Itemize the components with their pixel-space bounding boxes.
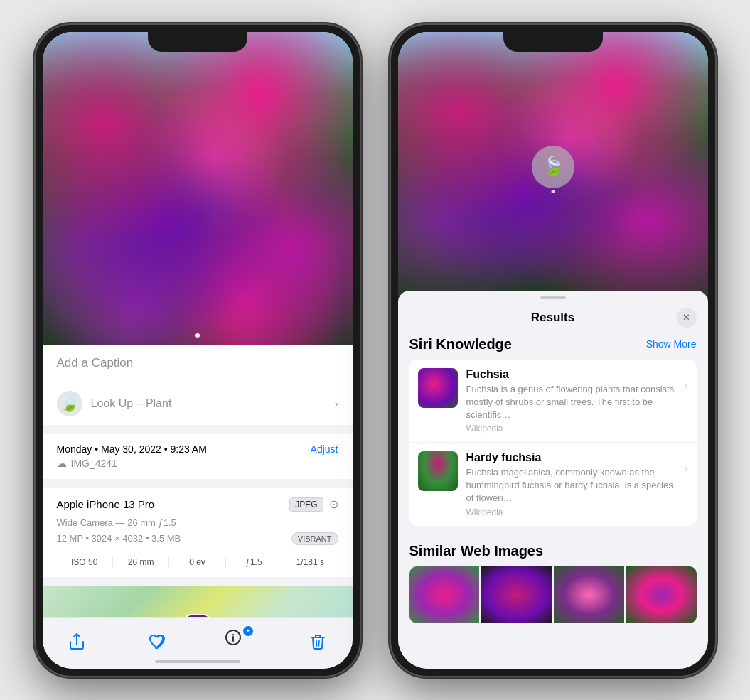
fuchsia-desc: Fuchsia is a genus of flowering plants t… [466,383,676,422]
visual-lookup-dot [551,190,555,193]
vibrant-badge: VIBRANT [291,532,338,545]
close-button[interactable]: ✕ [677,308,697,328]
siri-knowledge-title: Siri Knowledge [409,336,512,352]
phone1-content: Add a Caption 🍃 Look Up – Plant › [43,32,353,669]
knowledge-item-fuchsia[interactable]: Fuchsia Fuchsia is a genus of flowering … [409,360,697,443]
focal-length: 26 mm [113,557,169,567]
siri-knowledge-section: Siri Knowledge Show More Fuchsia [398,336,708,534]
hardy-fuchsia-chevron: › [685,463,688,474]
photo-dots [195,333,200,338]
meta-section: Monday • May 30, 2022 • 9:23 AM Adjust ☁… [43,434,353,479]
info-badge-dot [243,626,253,636]
results-title: Results [429,311,677,325]
phone2-notch [503,32,603,52]
ev: 0 ev [169,557,225,567]
camera-section: Apple iPhone 13 Pro JPEG ⊙ Wide Camera —… [43,488,353,577]
lookup-label: Look Up – Plant [91,397,172,410]
phone2-content: 🍃 Results ✕ Si [398,32,708,669]
lookup-chevron: › [335,398,338,409]
leaf-icon: 🍃 [60,394,79,413]
phone-1: Add a Caption 🍃 Look Up – Plant › [34,23,361,677]
visual-lookup-button[interactable]: 🍃 [532,146,574,188]
hardy-fuchsia-source: Wikipedia [466,507,676,517]
knowledge-item-hardy-fuchsia[interactable]: Hardy fuchsia Fuchsia magellanica, commo… [409,443,697,526]
trash-button[interactable] [305,629,331,655]
settings-icon: ⊙ [329,497,338,511]
info-content[interactable]: Add a Caption 🍃 Look Up – Plant › [43,345,353,617]
jpeg-badge: JPEG [289,497,323,512]
aperture: ƒ1.5 [226,557,282,567]
camera-model: Apple iPhone 13 Pro [57,498,155,510]
camera-lens: Wide Camera — 26 mm ƒ1.5 [57,517,338,528]
fuchsia-thumbnail [418,368,458,408]
date-row: Monday • May 30, 2022 • 9:23 AM Adjust [57,443,338,455]
badges: JPEG ⊙ [289,497,338,512]
similar-image-4[interactable] [626,566,697,623]
heart-button[interactable] [144,629,170,655]
section-header: Siri Knowledge Show More [409,336,697,352]
hardy-fuchsia-name: Hardy fuchsia [466,451,676,464]
phone-2: 🍃 Results ✕ Si [390,23,717,677]
notch [148,32,247,52]
flower-photo [43,32,353,345]
lookup-prefix: Look Up – [91,397,143,409]
hardy-fuchsia-text: Hardy fuchsia Fuchsia magellanica, commo… [466,451,676,517]
fuchsia-chevron: › [685,379,688,391]
close-icon: ✕ [682,312,690,323]
visual-lookup-icon: 🍃 [57,391,82,416]
show-more-button[interactable]: Show More [646,338,697,350]
phone1-screen: Add a Caption 🍃 Look Up – Plant › [43,32,353,669]
similar-images[interactable] [409,566,697,623]
lookup-row[interactable]: 🍃 Look Up – Plant › [43,382,353,425]
similar-section: Similar Web Images [398,534,708,632]
knowledge-card: Fuchsia Fuchsia is a genus of flowering … [409,360,697,526]
specs-text: 12 MP • 3024 × 4032 • 3.5 MB [57,533,181,544]
similar-image-1[interactable] [409,566,480,623]
similar-title: Similar Web Images [409,543,697,559]
filename: IMG_4241 [71,458,117,469]
shutter-speed: 1/181 s [282,557,338,567]
hardy-fuchsia-desc: Fuchsia magellanica, commonly known as t… [466,466,676,505]
photo-area-2[interactable]: 🍃 [398,32,708,302]
adjust-button[interactable]: Adjust [311,443,338,455]
photo-area[interactable] [43,32,353,345]
fuchsia-source: Wikipedia [466,424,676,434]
camera-specs: 12 MP • 3024 × 4032 • 3.5 MB VIBRANT [57,532,338,545]
map-photo-thumb [185,614,210,617]
results-header: Results ✕ [398,308,708,336]
home-indicator [155,660,240,663]
cloud-icon: ☁ [57,458,67,469]
share-button[interactable] [64,629,90,655]
similar-image-2[interactable] [481,566,552,623]
info-button[interactable] [225,629,250,655]
fuchsia-text: Fuchsia Fuchsia is a genus of flowering … [466,368,676,434]
fuchsia-name: Fuchsia [466,368,676,381]
fuchsia-thumb-image [418,368,458,408]
camera-header: Apple iPhone 13 Pro JPEG ⊙ [57,497,338,512]
hardy-fuchsia-thumbnail [418,451,458,491]
exif-row: ISO 50 26 mm 0 ev ƒ1.5 1/181 s [57,551,338,567]
caption-placeholder[interactable]: Add a Caption [57,356,134,370]
caption-area[interactable]: Add a Caption [43,345,353,382]
map-area[interactable] [43,586,353,617]
results-sheet[interactable]: Results ✕ Siri Knowledge Show More [398,291,708,669]
lookup-subject: Plant [146,397,171,409]
dot-1 [195,333,200,338]
hardy-fuchsia-thumb-image [418,451,458,491]
similar-image-3[interactable] [554,566,624,623]
iso: ISO 50 [57,557,113,567]
visual-lookup-leaf-icon: 🍃 [542,156,564,178]
phone2-screen: 🍃 Results ✕ Si [398,32,708,669]
photo-date: Monday • May 30, 2022 • 9:23 AM [57,443,207,455]
sheet-handle [540,296,566,299]
filename-row: ☁ IMG_4241 [57,458,338,469]
